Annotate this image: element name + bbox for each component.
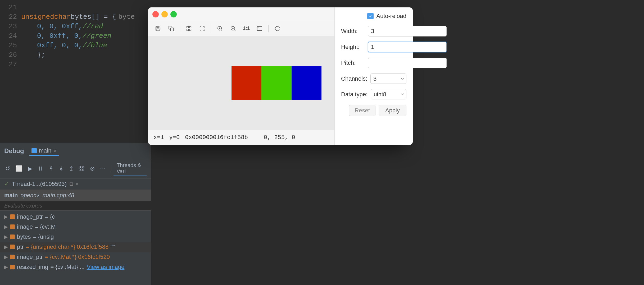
- var-type-icon: [10, 214, 15, 219]
- grid-icon[interactable]: [184, 24, 193, 33]
- line-num-21: 21: [0, 3, 21, 12]
- var-name-ptr: ptr: [17, 243, 24, 250]
- frame-location: opencv_main.cpp:48: [20, 192, 74, 199]
- code-line-21: [21, 3, 151, 12]
- debug-stop-btn[interactable]: ⬜: [14, 164, 24, 173]
- svg-rect-0: [170, 28, 174, 31]
- line-num-26: 26: [0, 50, 21, 60]
- var-image-ptr[interactable]: ▶ image_ptr = {c: [0, 212, 151, 222]
- code-comment-green: //green: [83, 32, 111, 40]
- zoom-out-icon[interactable]: [229, 24, 238, 33]
- var-type-icon: [10, 224, 15, 229]
- frame-function: main: [4, 192, 18, 199]
- channels-row: Channels: 1 2 3 4: [341, 73, 406, 84]
- debug-stepover-btn[interactable]: ↟: [48, 164, 55, 173]
- channels-label: Channels:: [341, 75, 367, 82]
- save-icon[interactable]: [153, 24, 162, 33]
- pixel-y: y=0: [169, 134, 180, 141]
- height-row: Height:: [341, 42, 406, 52]
- debug-break-btn[interactable]: ⛓: [78, 164, 86, 173]
- traffic-light-close[interactable]: [152, 11, 159, 17]
- var-ptr[interactable]: ▶ ptr = {unsigned char *} 0x16fc1f588 "": [0, 242, 151, 252]
- var-name-bytes: bytes: [17, 233, 31, 240]
- pitch-input[interactable]: [368, 58, 447, 68]
- thread-filter-icon[interactable]: ⊟: [69, 181, 73, 187]
- evaluate-placeholder: Evaluate expres: [4, 203, 42, 209]
- frame-icon[interactable]: [198, 24, 207, 33]
- copy-icon[interactable]: [167, 24, 176, 33]
- var-resized-img[interactable]: ▶ resized_img = {cv::Mat} ... View as im…: [0, 262, 151, 272]
- variables-section: ▶ image_ptr = {c ▶ image = {cv::M ▶ byte…: [0, 211, 151, 273]
- data-type-label: Data type:: [341, 91, 368, 98]
- var-image[interactable]: ▶ image = {cv::M: [0, 222, 151, 232]
- debug-stepinto-btn[interactable]: ↡: [58, 164, 65, 173]
- var-image-ptr2[interactable]: ▶ image_ptr = {cv::Mat *} 0x16fc1f520: [0, 252, 151, 262]
- apply-button[interactable]: Apply: [379, 105, 406, 116]
- height-input[interactable]: [368, 42, 447, 52]
- pitch-label: Pitch:: [341, 59, 365, 66]
- var-val-bytes: = {unsig: [33, 233, 54, 240]
- traffic-light-maximize[interactable]: [170, 11, 177, 17]
- zoom-in-icon[interactable]: [215, 24, 224, 33]
- line-num-27: 27: [0, 60, 21, 69]
- debug-more-btn[interactable]: ⋯: [99, 164, 107, 173]
- properties-panel: ✓ Auto-reload Width: Height: Pitch: Chan…: [334, 7, 413, 145]
- svg-rect-3: [189, 29, 191, 30]
- var-arrow-icon: ▶: [4, 244, 8, 250]
- debug-tab-close[interactable]: ×: [53, 148, 57, 154]
- var-val-image-ptr2: = {cv::Mat *} 0x16fc1f520: [45, 254, 110, 260]
- line-num-24: 24: [0, 31, 21, 41]
- traffic-light-minimize[interactable]: [161, 11, 168, 17]
- var-val-ptr: = {unsigned char *} 0x16fc1f588: [26, 243, 109, 250]
- toolbar-sep-2: [211, 25, 211, 32]
- code-line-23: 0, 0, 0xff, //red: [21, 22, 151, 31]
- one-to-one-icon[interactable]: 1:1: [242, 24, 251, 33]
- auto-reload-row: ✓ Auto-reload: [341, 13, 406, 20]
- pixel-values: 0, 255, 0: [264, 134, 295, 141]
- debug-mute-btn[interactable]: ⊘: [89, 164, 96, 173]
- code-line-27: [21, 60, 151, 69]
- debug-tab-main[interactable]: main ×: [29, 146, 59, 156]
- var-name-resized-img: resized_img: [17, 264, 48, 270]
- debug-resume-btn[interactable]: ▶: [27, 164, 33, 173]
- auto-reload-checkbox[interactable]: ✓: [367, 13, 374, 19]
- thread-item[interactable]: ✓ Thread-1...(6105593) ⊟ ▾: [0, 178, 151, 190]
- code-content: unsigned char bytes[] = { byte 0, 0, 0xf…: [21, 0, 151, 69]
- var-bytes[interactable]: ▶ bytes = {unsig: [0, 232, 151, 242]
- evaluate-bar[interactable]: Evaluate expres: [0, 201, 151, 211]
- channels-select[interactable]: 1 2 3 4: [370, 73, 406, 84]
- var-name-image-ptr2: image_ptr: [17, 254, 43, 260]
- debug-tab-icon: [31, 148, 37, 153]
- var-link-view-as-image[interactable]: View as image: [87, 264, 125, 270]
- code-keyword-unsigned: unsigned: [21, 13, 54, 21]
- code-keyword-char: char: [54, 13, 71, 21]
- image-display: [232, 66, 321, 100]
- debug-restart-btn[interactable]: ↺: [4, 164, 11, 173]
- code-line-25: 0xff, 0, 0, //blue: [21, 41, 151, 50]
- reload-icon[interactable]: [273, 24, 282, 33]
- toolbar-separator: [110, 166, 110, 172]
- frame-item[interactable]: main opencv_main.cpp:48: [0, 190, 151, 201]
- svg-rect-4: [187, 29, 188, 30]
- threads-tab[interactable]: Threads & Vari: [114, 161, 147, 176]
- code-line-22: unsigned char bytes[] = { byte: [21, 12, 151, 22]
- thread-dropdown-arrow[interactable]: ▾: [76, 182, 78, 187]
- var-type-icon: [10, 255, 15, 259]
- code-val-25: 0xff, 0, 0,: [37, 42, 83, 49]
- debug-stepout-btn[interactable]: ↥: [68, 164, 75, 173]
- debug-panel: Debug main × ↺ ⬜ ▶ ⏸ ↟ ↡ ↥ ⛓ ⊘ ⋯ Threads…: [0, 143, 151, 285]
- thread-name: Thread-1...(6105593): [12, 181, 67, 187]
- var-val-ptr-extra: "": [111, 243, 115, 250]
- debug-pause-btn[interactable]: ⏸: [37, 164, 44, 173]
- debug-tab-label: main: [39, 147, 52, 154]
- reset-button[interactable]: Reset: [349, 105, 375, 116]
- width-input[interactable]: [368, 26, 447, 36]
- code-closing-brace: };: [37, 51, 45, 59]
- width-label: Width:: [341, 28, 365, 35]
- var-name-image: image: [17, 223, 33, 230]
- fit-icon[interactable]: [255, 24, 264, 33]
- data-type-select[interactable]: uint8 int8 uint16 int16 float32 float64: [371, 89, 406, 99]
- blue-strip: [292, 66, 321, 100]
- debug-header: Debug main ×: [0, 143, 151, 159]
- line-num-22: 22: [0, 12, 21, 22]
